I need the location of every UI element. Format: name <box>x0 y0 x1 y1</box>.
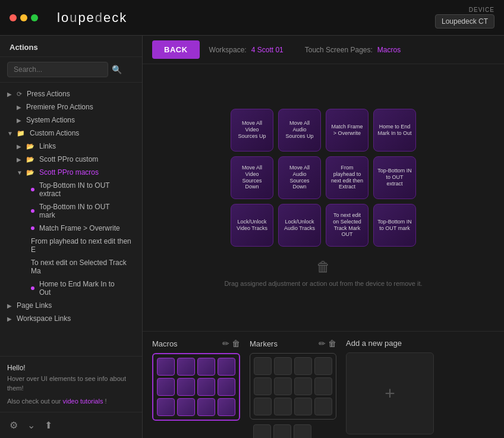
scott-macros-add[interactable]: + <box>128 168 135 177</box>
sidebar-item-custom-actions[interactable]: ▼ 📁 Custom Actions ⚙ + <box>0 127 142 140</box>
minimize-button[interactable] <box>20 14 27 21</box>
chevron-down-action-button[interactable]: ⌄ <box>25 417 37 433</box>
chevron-right-icon-4: ▶ <box>7 316 14 322</box>
action-tile-0[interactable]: Move All Video Sources Up <box>231 109 273 152</box>
marker-tile-6[interactable] <box>294 377 312 395</box>
back-button[interactable]: BACK <box>152 40 200 59</box>
macro-tile-7[interactable] <box>218 378 235 396</box>
tutorial-link[interactable]: video tutorials <box>63 398 103 405</box>
macro-tile-8[interactable] <box>157 398 175 416</box>
settings-action-button[interactable]: ⚙ <box>7 417 20 433</box>
sidebar-header: Actions <box>0 36 142 57</box>
sidebar-item-top-bottom-mark[interactable]: Top-Bottom IN to OUT mark ⚙ <box>0 200 142 222</box>
action-tile-4[interactable]: Move All Video Sources Down <box>231 156 273 199</box>
sidebar: Actions 🔍 ▶ ⟳ Press Actions ▶ Premiere P… <box>0 36 143 438</box>
touch-screen-prefix: Touch Screen Pages: <box>305 46 373 54</box>
marker-tile-10[interactable] <box>294 398 312 415</box>
scott-macros-settings[interactable]: ⚙ <box>117 168 126 177</box>
action-tile-6[interactable]: From playhead to next edit then Extract <box>326 156 368 199</box>
sidebar-item-links[interactable]: ▶ 📂 Links ⚙ + <box>0 140 142 153</box>
custom-actions-add[interactable]: + <box>128 129 135 137</box>
macro-tile-11[interactable] <box>218 398 235 416</box>
match-frame-settings[interactable]: ⚙ <box>126 224 135 232</box>
macros-edit-button[interactable]: ✏ <box>222 339 229 348</box>
macros-delete-button[interactable]: 🗑 <box>232 339 240 348</box>
mark-settings[interactable]: ⚙ <box>126 207 135 215</box>
marker-tile-11[interactable] <box>314 398 332 415</box>
sidebar-item-system-actions[interactable]: ▶ System Actions <box>0 114 142 127</box>
sidebar-item-press-actions[interactable]: ▶ ⟳ Press Actions <box>0 87 142 100</box>
action-tile-1[interactable]: Move All Audio Sources Up <box>278 109 321 152</box>
title-bar: loupedeck DEVICE Loupedeck CT <box>0 0 504 36</box>
markers-panel-actions: ✏ 🗑 <box>319 339 336 348</box>
workspace-prefix: Workspace: <box>209 46 247 54</box>
action-tile-2[interactable]: Match Frame > Overwrite <box>326 109 368 152</box>
action-tile-3[interactable]: Home to End Mark In to Out <box>373 109 416 152</box>
extract-settings[interactable]: ⚙ <box>126 185 135 194</box>
sidebar-item-workspace-links[interactable]: ▶ Workspace Links <box>0 312 142 325</box>
search-input[interactable] <box>7 62 108 77</box>
marker-tile-5[interactable] <box>274 377 292 395</box>
marker-tile-14[interactable] <box>294 424 311 438</box>
macro-tile-4[interactable] <box>157 378 175 396</box>
action-grid: Move All Video Sources Up Move All Audio… <box>231 109 416 247</box>
custom-actions-settings[interactable]: ⚙ <box>117 129 126 137</box>
content-area: BACK Workspace: 4 Scott 01 Touch Screen … <box>143 36 504 438</box>
markers-mini-grid <box>250 353 336 420</box>
close-button[interactable] <box>10 14 17 21</box>
macro-tile-1[interactable] <box>177 358 195 376</box>
action-tile-5[interactable]: Move All Audio Sources Down <box>278 156 321 199</box>
macro-tile-9[interactable] <box>177 398 195 416</box>
sidebar-item-scott-ppro-macros[interactable]: ▼ 📂 Scott PPro macros ⚙ + <box>0 166 142 179</box>
chevron-down-icon-2: ▼ <box>17 169 24 176</box>
action-tile-8[interactable]: Lock/Unlock Video Tracks <box>231 204 273 247</box>
scott-custom-settings[interactable]: ⚙ <box>117 155 126 163</box>
sidebar-action-bar: ⚙ ⌄ ⬆ <box>0 412 142 438</box>
marker-tile-1[interactable] <box>274 357 292 375</box>
main-layout: Actions 🔍 ▶ ⟳ Press Actions ▶ Premiere P… <box>0 36 504 438</box>
markers-panel-header: Markers ✏ 🗑 <box>250 339 336 348</box>
sidebar-item-match-frame[interactable]: Match Frame > Overwrite ⚙ <box>0 222 142 235</box>
marker-tile-8[interactable] <box>254 398 272 415</box>
device-label: DEVICE <box>469 7 494 13</box>
add-new-page-button[interactable]: + <box>346 352 434 434</box>
scott-custom-add[interactable]: + <box>128 155 135 163</box>
marker-tile-2[interactable] <box>294 357 312 375</box>
sidebar-item-scott-ppro-custom[interactable]: ▶ 📂 Scott PPro custom ⚙ + <box>0 153 142 166</box>
macro-tile-3[interactable] <box>218 358 235 376</box>
marker-tile-4[interactable] <box>254 377 272 395</box>
action-tile-9[interactable]: Lock/Unlock Audio Tracks <box>278 204 321 247</box>
marker-tile-7[interactable] <box>314 377 332 395</box>
links-add[interactable]: + <box>128 142 135 150</box>
export-action-button[interactable]: ⬆ <box>42 417 55 433</box>
marker-tile-3[interactable] <box>314 357 332 375</box>
maximize-button[interactable] <box>31 14 38 21</box>
markers-delete-button[interactable]: 🗑 <box>328 339 336 348</box>
drop-hint-text: Drag assigned adjustment or action out f… <box>224 280 422 287</box>
chevron-right-icon: ▶ <box>17 156 24 163</box>
sidebar-item-page-links[interactable]: ▶ Page Links <box>0 299 142 312</box>
trash-icon: 🗑 <box>316 259 330 275</box>
marker-tile-12[interactable] <box>253 424 271 438</box>
macro-tile-0[interactable] <box>157 358 175 376</box>
action-tile-7[interactable]: Top-Bottom IN to OUT extract <box>373 156 416 199</box>
action-tile-11[interactable]: Top-Bottom IN to OUT mark <box>373 204 416 247</box>
marker-tile-13[interactable] <box>273 424 291 438</box>
macro-tile-10[interactable] <box>197 398 215 416</box>
sidebar-item-home-to-end[interactable]: Home to End Mark In to Out ⚙ <box>0 278 142 299</box>
links-settings[interactable]: ⚙ <box>117 142 126 150</box>
sidebar-item-top-bottom-extract[interactable]: Top-Bottom IN to OUT extract ⚙ <box>0 179 142 200</box>
marker-tile-0[interactable] <box>254 357 272 375</box>
macro-tile-2[interactable] <box>197 358 215 376</box>
sidebar-item-premiere-pro[interactable]: ▶ Premiere Pro Actions <box>0 100 142 114</box>
sidebar-item-to-next-edit[interactable]: To next edit on Selected Track Ma <box>0 256 142 278</box>
action-tile-10[interactable]: To next edit on Selected Track Mark OUT <box>326 204 368 247</box>
macro-tile-5[interactable] <box>177 378 195 396</box>
marker-tile-9[interactable] <box>274 398 292 415</box>
workspace-info: Workspace: 4 Scott 01 <box>209 46 284 54</box>
search-button[interactable]: 🔍 <box>112 65 122 74</box>
markers-edit-button[interactable]: ✏ <box>319 339 326 348</box>
sidebar-item-from-playhead[interactable]: From playhead to next edit then E <box>0 235 142 256</box>
home-settings[interactable]: ⚙ <box>126 284 135 292</box>
macro-tile-6[interactable] <box>197 378 215 396</box>
